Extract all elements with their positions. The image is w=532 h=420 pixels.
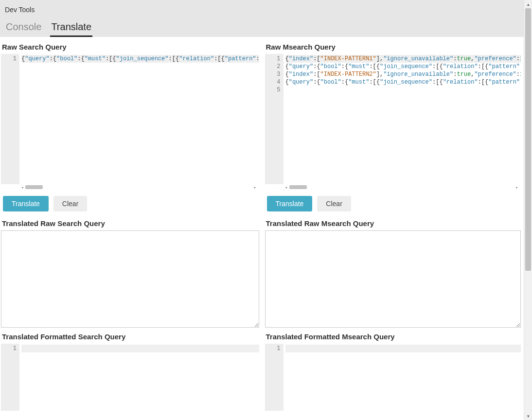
page-vertical-scrollbar[interactable]: ▴ ▾ <box>524 0 532 420</box>
tab-console[interactable]: Console <box>5 18 42 37</box>
raw-search-title: Raw Search Query <box>1 41 259 54</box>
translate-button[interactable]: Translate <box>267 196 313 211</box>
clear-button[interactable]: Clear <box>317 196 351 211</box>
left-column: Raw Search Query 1 {"query":{"bool":{"mu… <box>0 37 262 420</box>
header-zone: Dev Tools Console Translate <box>0 0 524 37</box>
scroll-down-icon[interactable]: ▾ <box>524 412 532 420</box>
scroll-left-icon[interactable]: ◂ <box>284 184 289 190</box>
translated-formatted-search-editor[interactable]: 1 <box>1 344 259 417</box>
translated-formatted-msearch-gutter: 1 <box>265 344 284 411</box>
translated-raw-search-title: Translated Raw Search Query <box>1 217 259 230</box>
app-title: Dev Tools <box>5 4 519 18</box>
left-button-row: Translate Clear <box>1 190 259 217</box>
right-column: Raw Msearch Query 12345 {"index":["INDEX… <box>262 37 524 420</box>
translate-button[interactable]: Translate <box>3 196 49 211</box>
translated-raw-msearch-textarea[interactable] <box>265 230 521 328</box>
translated-formatted-msearch-code[interactable] <box>284 344 521 411</box>
vscroll-track[interactable] <box>524 8 532 412</box>
raw-search-gutter: 1 <box>1 54 19 184</box>
scroll-right-icon[interactable]: ▸ <box>514 184 520 190</box>
vscroll-thumb[interactable] <box>525 8 531 271</box>
translated-formatted-msearch-title: Translated Formatted Msearch Query <box>265 331 521 344</box>
hscroll-track[interactable] <box>289 185 514 190</box>
raw-msearch-gutter: 12345 <box>265 54 284 184</box>
translated-raw-search-textarea[interactable] <box>1 230 259 328</box>
translated-raw-msearch-title: Translated Raw Msearch Query <box>265 217 521 230</box>
hscroll-thumb[interactable] <box>25 185 43 189</box>
translated-formatted-msearch-editor[interactable]: 1 <box>265 344 521 417</box>
raw-search-editor[interactable]: 1 {"query":{"bool":{"must":[{"join_seque… <box>1 54 259 190</box>
raw-msearch-editor[interactable]: 12345 {"index":["INDEX-PATTERN1"],"ignor… <box>265 54 521 190</box>
scroll-left-icon[interactable]: ◂ <box>19 184 25 190</box>
scroll-right-icon[interactable]: ▸ <box>252 184 258 190</box>
raw-msearch-title: Raw Msearch Query <box>265 41 521 54</box>
content-wrap: Dev Tools Console Translate Raw Search Q… <box>0 0 524 420</box>
panels: Raw Search Query 1 {"query":{"bool":{"mu… <box>0 37 524 420</box>
raw-search-code[interactable]: {"query":{"bool":{"must":[{"join_sequenc… <box>19 54 259 184</box>
scroll-up-icon[interactable]: ▴ <box>524 0 532 8</box>
translated-formatted-search-code[interactable] <box>19 344 259 411</box>
tab-translate[interactable]: Translate <box>50 18 92 37</box>
translated-formatted-search-title: Translated Formatted Search Query <box>1 331 259 344</box>
app-root: Dev Tools Console Translate Raw Search Q… <box>0 0 532 420</box>
clear-button[interactable]: Clear <box>53 196 87 211</box>
right-button-row: Translate Clear <box>265 190 521 217</box>
raw-msearch-hscroll[interactable]: ◂ ▸ <box>284 184 520 190</box>
hscroll-track[interactable] <box>25 185 252 190</box>
translated-formatted-search-gutter: 1 <box>1 344 19 411</box>
tabs: Console Translate <box>5 18 519 37</box>
raw-msearch-code[interactable]: {"index":["INDEX-PATTERN1"],"ignore_unav… <box>284 54 521 184</box>
raw-search-hscroll[interactable]: ◂ ▸ <box>19 184 258 190</box>
hscroll-thumb[interactable] <box>289 185 307 189</box>
